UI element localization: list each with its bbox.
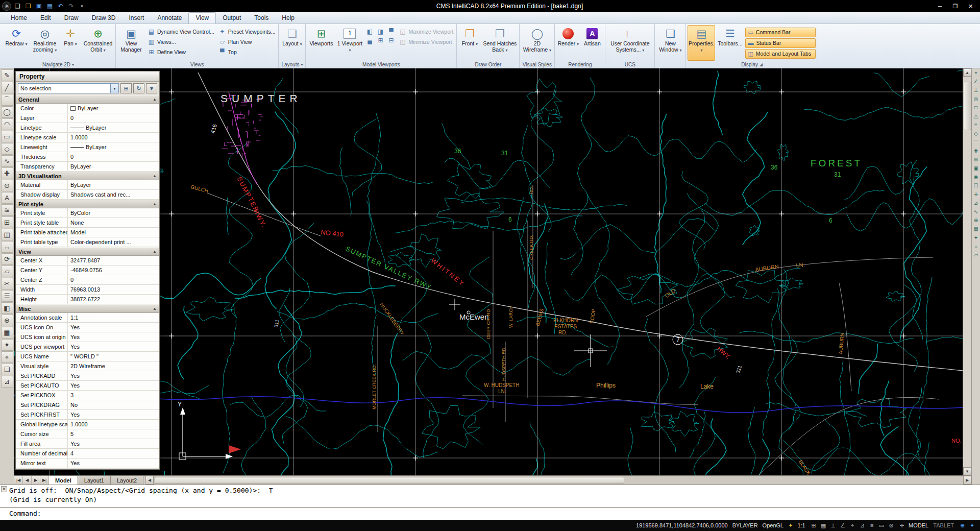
snap-tool-icon[interactable]: ∿ (972, 207, 980, 216)
property-value[interactable]: 1:1 (68, 313, 159, 322)
horizontal-scroll-thumb[interactable] (155, 477, 624, 484)
status-settings-icon[interactable]: ⊕ (959, 522, 966, 529)
draw-tool-icon[interactable]: ╱ (1, 82, 13, 93)
status-toggle-icon[interactable]: ⊿ (859, 522, 866, 529)
preset-viewpoints-button[interactable]: ✦ Preset Viewpoints... (217, 27, 277, 36)
viewport-preset-icon[interactable]: ◧ (364, 28, 375, 36)
view-manager-button[interactable]: ▣ View Manager (117, 25, 145, 61)
status-toggle-icon[interactable]: ▭ (878, 522, 886, 529)
property-section-header[interactable]: General▴ (16, 95, 159, 104)
snap-tool-icon[interactable]: ✛ (972, 190, 980, 199)
status-toggle-icon[interactable]: ≡ (868, 522, 876, 529)
property-section-header[interactable]: 3D Visualisation▴ (16, 172, 159, 180)
tab-edit[interactable]: Edit (34, 13, 58, 23)
snap-tool-icon[interactable]: △ (972, 112, 980, 120)
pan-button[interactable]: ✛ Pan ▾ (60, 25, 81, 61)
redo-icon[interactable]: ↷ (66, 2, 76, 11)
coordinates-display[interactable]: 1919569.8471,1104842.7406,0.0000 (636, 522, 728, 528)
scroll-down-icon[interactable]: ▼ (963, 467, 972, 475)
snap-tool-icon[interactable]: ⌖ (972, 68, 980, 77)
front-button[interactable]: ❐ Front ▾ (458, 25, 481, 61)
property-value[interactable]: Yes (68, 342, 159, 351)
status-bar-toggle[interactable]: ▬ Status Bar (745, 38, 816, 48)
tab-output[interactable]: Output (216, 13, 248, 23)
snap-tool-icon[interactable]: ⌒ (972, 138, 980, 147)
draw-tool-icon[interactable]: ⊞ (1, 216, 13, 228)
define-view-button[interactable]: ⊞ Define View (146, 47, 216, 57)
new-file-icon[interactable]: ❏ (13, 2, 22, 11)
tab-help[interactable]: Help (275, 13, 301, 23)
viewport-preset-icon[interactable]: ◨ (375, 28, 385, 36)
snap-tool-icon[interactable]: ▱ (972, 251, 980, 259)
draw-tool-icon[interactable]: ∿ (1, 155, 13, 167)
property-value[interactable]: 32477.8487 (68, 256, 159, 265)
dynamic-view-control-button[interactable]: ▤ Dynamic View Control... (146, 27, 216, 36)
snap-tool-icon[interactable]: ✦ (972, 233, 980, 242)
property-value[interactable]: Color-dependent print ... (68, 237, 159, 247)
opengl-indicator[interactable]: OpenGL (763, 522, 784, 528)
tab-draw[interactable]: Draw (58, 13, 85, 23)
command-close-icon[interactable]: ✕ (1, 486, 7, 492)
model-layout-tabs-toggle[interactable]: ◫ Model and Layout Tabs (745, 49, 816, 59)
property-value[interactable]: 4 (68, 449, 159, 458)
tab-home[interactable]: Home (4, 13, 34, 23)
scroll-left-icon[interactable]: ◀ (145, 476, 154, 485)
undo-icon[interactable]: ↶ (56, 2, 65, 11)
property-value[interactable]: 2D Wireframe (68, 361, 159, 371)
command-window[interactable]: ✕ Grid is off: ON/Snap/Aspect/<Grid spac… (0, 485, 980, 520)
annotation-scale[interactable]: 1:1 (797, 522, 805, 528)
ucs-button[interactable]: ∟ User Coordinate Systems... ▾ (607, 25, 653, 61)
display-dialog-launcher[interactable]: ◢ (760, 62, 763, 67)
draw-tool-icon[interactable]: ⊕ (1, 315, 13, 326)
snap-tool-icon[interactable]: ○ (972, 242, 980, 251)
views-button[interactable]: ▥ Views... (146, 37, 216, 46)
status-settings-icon[interactable]: ✦ (968, 522, 976, 529)
property-value[interactable]: Yes (68, 410, 159, 419)
one-viewport-button[interactable]: 1 1 Viewport ▾ (336, 25, 363, 61)
tab-layout1[interactable]: Layout1 (78, 476, 111, 485)
vertical-scrollbar[interactable]: ▲ ▼ (963, 68, 971, 475)
app-logo-icon[interactable]: ✳ (2, 2, 11, 11)
snap-tool-icon[interactable]: ✚ (972, 147, 980, 155)
property-value[interactable]: 3 (68, 391, 159, 400)
vertical-scroll-thumb[interactable] (964, 82, 971, 130)
draw-tool-icon[interactable]: ≋ (1, 204, 13, 216)
property-value[interactable]: Yes (68, 381, 159, 390)
property-value[interactable]: ByLayer (68, 180, 159, 189)
minimize-button[interactable]: ─ (933, 2, 947, 11)
viewport-preset-icon[interactable]: ▄ (364, 36, 375, 44)
scroll-right-icon[interactable]: ▶ (963, 476, 971, 485)
wireframe-button[interactable]: ◯ 2D Wireframe ▾ (521, 25, 553, 61)
property-value[interactable]: Shadows cast and rec... (68, 190, 159, 199)
open-file-icon[interactable]: ❒ (23, 2, 33, 11)
status-toggle-icon[interactable]: ∠ (839, 522, 847, 529)
property-value[interactable]: Yes (68, 458, 159, 468)
property-section-header[interactable]: Misc▴ (16, 304, 159, 313)
render-button[interactable]: Render ▾ (556, 25, 580, 61)
scroll-up-icon[interactable]: ▲ (963, 68, 972, 77)
save-as-icon[interactable]: ▦ (45, 2, 55, 11)
tab-draw3d[interactable]: Draw 3D (85, 13, 122, 23)
status-toggle-icon[interactable]: ⊗ (888, 522, 895, 529)
property-value[interactable]: Yes (68, 371, 159, 380)
tablet-toggle[interactable]: TABLET (933, 522, 954, 528)
property-value[interactable]: ByLayer (68, 123, 159, 132)
snap-tool-icon[interactable]: ▣ (972, 164, 980, 173)
property-value[interactable]: None (68, 218, 159, 227)
send-hatches-back-button[interactable]: ❒ Send Hatches Back ▾ (482, 25, 518, 61)
property-value[interactable]: ByLayer (68, 142, 159, 152)
draw-tool-icon[interactable]: ◧ (1, 302, 13, 314)
tab-tools[interactable]: Tools (248, 13, 275, 23)
properties-button[interactable]: ▤ Properties. ▾ (688, 25, 715, 61)
viewport-preset-icon[interactable]: ▀ (386, 28, 396, 36)
draw-tool-icon[interactable]: ⊙ (1, 180, 13, 191)
snap-tool-icon[interactable]: □ (972, 103, 980, 112)
draw-tool-icon[interactable]: ⌒ (1, 94, 13, 106)
redraw-button[interactable]: ⟳ Redraw ▾ (3, 25, 30, 61)
status-toggle-icon[interactable]: ▦ (820, 522, 827, 529)
status-toggle-icon[interactable]: ⊞ (810, 522, 818, 529)
snap-tool-icon[interactable]: ⊗ (972, 155, 980, 164)
draw-tool-icon[interactable]: ◫ (1, 229, 13, 240)
draw-tool-icon[interactable]: ◇ (1, 143, 13, 155)
property-value[interactable]: 38872.6722 (68, 295, 159, 304)
